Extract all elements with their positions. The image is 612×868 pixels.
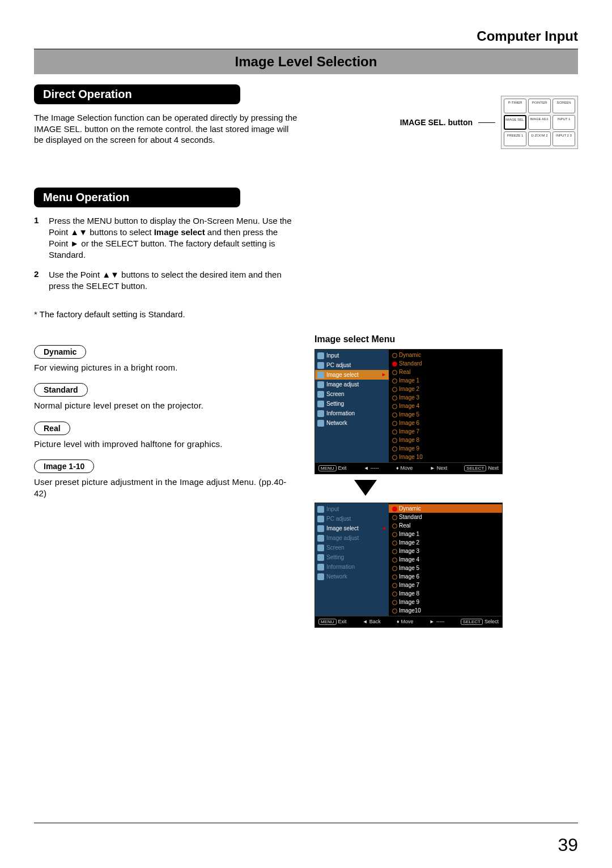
osd-menu-item: PC adjust — [315, 514, 389, 524]
mode-pill: Real — [34, 422, 70, 435]
osd-menu-item: PC adjust — [315, 360, 389, 370]
remote-btn-input1: INPUT 1 — [552, 115, 575, 130]
radio-icon — [392, 378, 397, 384]
osd-menu-item: Network — [315, 418, 389, 428]
radio-icon — [392, 412, 397, 418]
radio-icon — [392, 566, 397, 571]
radio-icon — [392, 395, 397, 401]
osd1-foot-back: ----- — [371, 465, 379, 471]
menu-item-icon — [317, 410, 324, 417]
remote-btn-input2: INPUT 2 3 — [552, 131, 575, 146]
remote-btn-image-adj: IMAGE ADJ. — [528, 115, 551, 130]
default-note: * The factory default setting is Standar… — [34, 309, 298, 320]
page-number: 39 — [558, 835, 578, 856]
osd2-foot-exit: Exit — [338, 619, 347, 624]
radio-icon — [392, 592, 397, 597]
osd2-foot-sel: Select — [484, 619, 499, 624]
remote-btn-pointer: POINTER — [528, 99, 551, 113]
remote-btn-ptimer: P-TIMER — [504, 99, 526, 113]
osd-option-item: Image 5 — [389, 410, 502, 419]
osd-menu-item: Setting — [315, 552, 389, 562]
menu-item-icon — [317, 516, 324, 522]
osd-menu-item: Information — [315, 409, 389, 418]
radio-icon — [392, 609, 397, 614]
osd-menu-item: Input — [315, 351, 389, 360]
osd-option-item: Image 6 — [389, 419, 502, 427]
osd-option-item: Image 9 — [389, 598, 502, 606]
osd-option-item: Image 2 — [389, 538, 502, 547]
osd2-foot-back: Back — [369, 619, 381, 624]
mode-pill: Dynamic — [34, 345, 86, 359]
osd-option-item: Image 7 — [389, 581, 502, 589]
osd-option-item: Image 3 — [389, 547, 502, 555]
remote-btn-freeze: FREEZE 1 — [504, 131, 526, 146]
radio-icon — [392, 353, 397, 358]
menu-item-icon — [317, 564, 324, 571]
menu-item-icon — [317, 352, 324, 359]
osd-option-item: Image 4 — [389, 402, 502, 410]
menu-item-icon — [317, 535, 324, 542]
radio-icon — [392, 361, 397, 367]
callout-line — [478, 122, 495, 123]
osd-menu-item: Information — [315, 562, 389, 572]
osd-option-item: Image 4 — [389, 555, 502, 564]
menu-item-icon — [317, 372, 324, 378]
remote-btn-screen: SCREEN — [552, 99, 575, 113]
menu-item-icon — [317, 525, 324, 532]
osd-option-item: Image 6 — [389, 572, 502, 581]
step-number: 2 — [34, 269, 42, 292]
osd-option-item: Image 5 — [389, 564, 502, 572]
osd1-foot-sel: Next — [488, 465, 499, 471]
radio-icon — [392, 549, 397, 554]
mode-description: For viewing pictures in a bright room. — [34, 362, 298, 373]
osd-menu-item: Image adjust — [315, 533, 389, 543]
radio-icon — [392, 600, 397, 605]
osd-option-item: Dynamic — [389, 351, 502, 359]
osd-option-item: Image 3 — [389, 393, 502, 402]
radio-icon — [392, 421, 397, 426]
osd-option-item: Image10 — [389, 606, 502, 615]
mode-pill: Standard — [34, 383, 88, 397]
radio-icon — [392, 575, 397, 580]
osd-menu-item: Network — [315, 572, 389, 581]
osd-menu-item: Setting — [315, 399, 389, 409]
osd-menu-item: Image select — [315, 370, 389, 380]
step-text: Press the MENU button to display the On-… — [49, 215, 298, 261]
menu-item-icon — [317, 554, 324, 561]
osd-menu-item: Image select — [315, 524, 389, 533]
mode-description: Picture level with improved halftone for… — [34, 439, 298, 450]
radio-icon — [392, 541, 397, 546]
mode-description: User preset picture adjustment in the Im… — [34, 476, 298, 499]
radio-icon — [392, 524, 397, 529]
menu-item-icon — [317, 391, 324, 398]
heading-direct-operation: Direct Operation — [34, 84, 240, 104]
radio-icon — [392, 429, 397, 435]
radio-icon — [392, 507, 397, 512]
osd-option-item: Real — [389, 521, 502, 530]
osd-option-item: Image 1 — [389, 376, 502, 385]
osd-option-item: Image 9 — [389, 444, 502, 453]
radio-icon — [392, 446, 397, 452]
radio-icon — [392, 370, 397, 375]
osd-option-item: Image 7 — [389, 427, 502, 436]
osd-option-item: Dynamic — [389, 504, 502, 513]
menu-item-icon — [317, 362, 324, 369]
radio-icon — [392, 455, 397, 460]
remote-control-diagram: P-TIMER POINTER SCREEN IMAGE SEL. IMAGE … — [501, 96, 578, 149]
osd1-foot-next: Next — [437, 465, 448, 471]
osd-option-item: Real — [389, 368, 502, 376]
radio-icon — [392, 515, 397, 520]
mode-pill: Image 1-10 — [34, 459, 94, 473]
radio-icon — [392, 532, 397, 537]
menu-item-icon — [317, 544, 324, 551]
menu-item-icon — [317, 381, 324, 388]
section-header: Computer Input — [34, 28, 578, 44]
mode-description: Normal picture level preset on the proje… — [34, 400, 298, 411]
radio-icon — [392, 583, 397, 588]
osd-option-item: Image 1 — [389, 530, 502, 538]
osd-menu-item: Input — [315, 504, 389, 514]
remote-btn-image-sel: IMAGE SEL. — [504, 115, 526, 130]
radio-icon — [392, 404, 397, 409]
image-select-menu-title: Image select Menu — [314, 334, 578, 344]
osd-menu-item: Image adjust — [315, 380, 389, 389]
